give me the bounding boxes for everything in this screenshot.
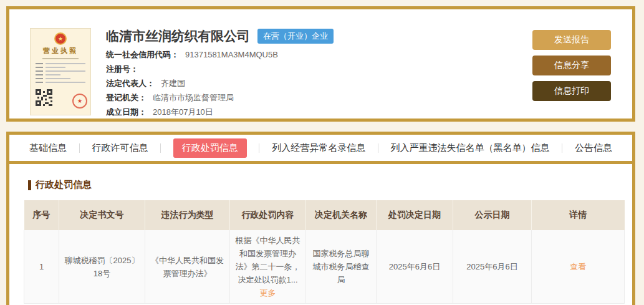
header-decision-date: 处罚决定日期: [377, 200, 453, 230]
view-detail-link[interactable]: 查看: [570, 262, 586, 271]
tab-announcement[interactable]: 公告信息: [575, 142, 612, 154]
tab-admin-license[interactable]: 行政许可信息: [92, 142, 148, 154]
cell-doc-no: 聊城税稽罚〔2025〕18号: [59, 230, 145, 304]
tab-bar: 基础信息 行政许可信息 行政处罚信息 列入经营异常名录信息 列入严重违法失信名单…: [9, 135, 632, 164]
share-info-button[interactable]: 信息分享: [532, 56, 611, 75]
license-subtitle-line: [42, 58, 79, 59]
header-detail: 详情: [532, 200, 625, 230]
cell-penalty-content: 根据《中华人民共和国发票管理办法》第二十一条，决定处以罚款1... 更多: [230, 230, 306, 304]
field-registration-no: 注册号：: [106, 65, 334, 73]
company-name: 临清市丝润纺织有限公司: [106, 28, 250, 44]
cell-seq: 1: [24, 230, 59, 304]
company-info: 临清市丝润纺织有限公司 在营（开业）企业 统一社会信用代码： 91371581M…: [106, 28, 334, 122]
print-info-button[interactable]: 信息打印: [532, 81, 611, 101]
table-header-row: 序号 决定书文号 违法行为类型 行政处罚内容 决定机关名称 处罚决定日期 公示日…: [24, 200, 625, 230]
more-link[interactable]: 更多: [235, 286, 300, 299]
cell-decision-date: 2025年6月6日: [377, 230, 453, 304]
cell-authority: 国家税务总局聊城市税务局稽查局: [306, 230, 377, 304]
cell-violation-type: 《中华人民共和国发票管理办法》: [145, 230, 230, 304]
tab-separator: [259, 143, 259, 153]
cell-detail: 查看: [532, 230, 625, 304]
tab-separator: [79, 143, 80, 153]
field-credit-code: 统一社会信用代码： 91371581MA3M4MQU5B: [106, 51, 334, 59]
company-summary-card: ★ 营业执照 ★ 临清市丝润纺织有限公司 在营（开业）企业 统一社会信用代码： …: [6, 6, 635, 122]
section-marker: [28, 180, 31, 190]
tab-abnormal-operation[interactable]: 列入经营异常名录信息: [272, 142, 365, 154]
tab-serious-violation-blacklist[interactable]: 列入严重违法失信名单（黑名单）信息: [391, 142, 550, 154]
table-row: 1 聊城税稽罚〔2025〕18号 《中华人民共和国发票管理办法》 根据《中华人民…: [24, 230, 625, 304]
header-publish-date: 公示日期: [453, 200, 532, 230]
red-seal-icon: ★: [72, 94, 87, 109]
action-buttons: 发送报告 信息分享 信息打印: [532, 28, 611, 101]
field-registration-authority: 登记机关： 临清市市场监督管理局: [106, 94, 334, 102]
tab-separator: [378, 143, 378, 153]
header-authority: 决定机关名称: [306, 200, 377, 230]
national-emblem-icon: ★: [54, 32, 67, 45]
qr-code: [36, 89, 52, 106]
tab-basic-info[interactable]: 基础信息: [29, 142, 67, 154]
header-seq: 序号: [24, 200, 59, 230]
tab-separator: [562, 143, 562, 153]
header-doc-no: 决定书文号: [59, 200, 145, 230]
status-badge: 在营（开业）企业: [257, 29, 334, 44]
detail-card: 基础信息 行政许可信息 行政处罚信息 列入经营异常名录信息 列入严重违法失信名单…: [6, 132, 635, 305]
header-violation-type: 违法行为类型: [145, 200, 230, 230]
tab-separator: [160, 143, 161, 153]
field-legal-representative: 法定代表人： 齐建国: [106, 79, 334, 87]
header-penalty-content: 行政处罚内容: [230, 200, 306, 230]
cell-publish-date: 2025年6月6日: [453, 230, 532, 304]
license-title: 营业执照: [31, 46, 90, 56]
section-title: 行政处罚信息: [28, 179, 620, 191]
field-establish-date: 成立日期： 2018年07月10日: [106, 108, 334, 116]
penalty-table: 序号 决定书文号 违法行为类型 行政处罚内容 决定机关名称 处罚决定日期 公示日…: [24, 200, 625, 304]
tab-content: 行政处罚信息 序号 决定书文号 违法行为类型 行政处罚内容 决定机关名称 处罚决…: [9, 164, 632, 304]
tab-admin-penalty[interactable]: 行政处罚信息: [173, 138, 247, 158]
business-license-thumbnail[interactable]: ★ 营业执照 ★: [30, 28, 91, 115]
send-report-button[interactable]: 发送报告: [532, 30, 611, 50]
